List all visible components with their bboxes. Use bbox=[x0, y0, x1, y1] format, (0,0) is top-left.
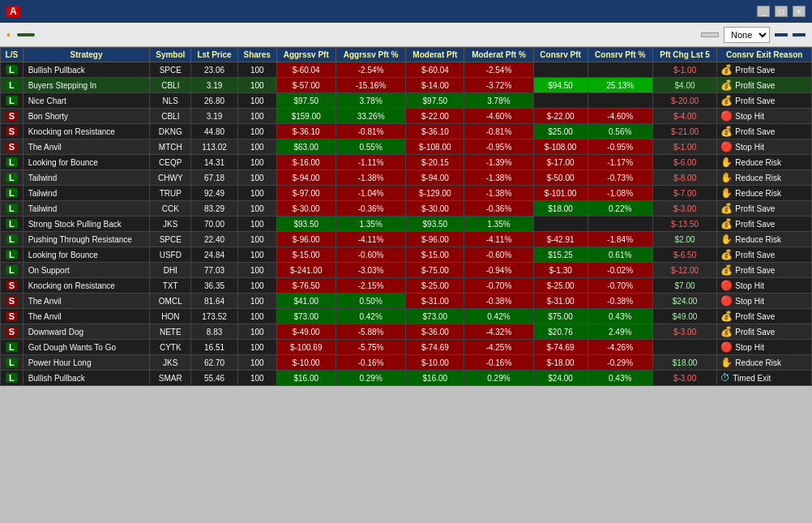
mod-pft-cell: $-96.00 bbox=[406, 232, 464, 247]
shares-cell: 100 bbox=[237, 109, 276, 124]
symbol-cell: USFD bbox=[150, 247, 191, 263]
dollar-icon: 💰 bbox=[720, 64, 733, 75]
table-row: L Tailwind CHWY 67.18 100 $-94.00 -1.38%… bbox=[1, 170, 812, 186]
table-row: L Power Hour Long JKS 62.70 100 $-10.00 … bbox=[1, 355, 812, 371]
price-cell: 77.03 bbox=[191, 263, 238, 278]
con-pct-cell: -0.73% bbox=[588, 170, 652, 186]
filter-select[interactable]: None bbox=[724, 27, 770, 43]
pft-chg-cell: $-6.00 bbox=[652, 155, 717, 170]
shares-cell: 100 bbox=[237, 247, 276, 263]
filter-button[interactable] bbox=[701, 32, 719, 37]
con-pft-cell: $24.00 bbox=[533, 371, 588, 386]
price-cell: 14.31 bbox=[191, 155, 238, 170]
strategy-cell: Looking for Bounce bbox=[23, 155, 150, 170]
con-pft-cell: $-50.00 bbox=[533, 170, 588, 186]
strategy-cell: Bullish Pullback bbox=[23, 62, 150, 78]
table-row: L Pushing Through Resistance SPCE 22.40 … bbox=[1, 232, 812, 247]
agg-pft-cell: $-76.50 bbox=[276, 278, 335, 294]
table-row: S The Anvil HON 173.52 100 $73.00 0.42% … bbox=[1, 309, 812, 324]
ls-badge: L bbox=[6, 342, 18, 352]
shares-cell: 100 bbox=[237, 340, 276, 355]
agg-pft-cell: $93.50 bbox=[276, 216, 335, 232]
trades-table: L/S Strategy Symbol Lst Price Shares Agg… bbox=[0, 47, 812, 386]
agg-pft-cell: $41.00 bbox=[276, 294, 335, 309]
ls-cell: S bbox=[1, 309, 24, 324]
dollar-icon: 💰 bbox=[720, 249, 733, 260]
mod-pct-cell: -1.38% bbox=[464, 170, 533, 186]
shares-cell: 100 bbox=[237, 216, 276, 232]
col-pft-chg: Pft Chg Lst 5 bbox=[652, 48, 717, 62]
stop-icon: 🔴 bbox=[720, 280, 733, 291]
mod-pft-cell: $-74.69 bbox=[406, 340, 464, 355]
symbol-cell: CCK bbox=[150, 201, 191, 216]
exit-reason-cell: ⏱ Timed Exit bbox=[717, 371, 812, 386]
all-strategies-button[interactable] bbox=[793, 33, 806, 36]
exit-reason-cell: 💰 Profit Save bbox=[717, 309, 812, 324]
exit-label: Reduce Risk bbox=[735, 235, 781, 244]
agg-pft-cell: $16.00 bbox=[276, 371, 335, 386]
minimize-button[interactable]: _ bbox=[757, 6, 770, 17]
shares-cell: 100 bbox=[237, 124, 276, 139]
con-pft-cell: $-1.30 bbox=[533, 263, 588, 278]
mod-pct-cell: 1.35% bbox=[464, 216, 533, 232]
price-cell: 26.80 bbox=[191, 93, 238, 109]
ls-badge: L bbox=[6, 373, 18, 383]
agg-pct-cell: 3.78% bbox=[335, 93, 405, 109]
con-pct-cell bbox=[588, 93, 652, 109]
price-cell: 24.84 bbox=[191, 247, 238, 263]
symbol-cell: NLS bbox=[150, 93, 191, 109]
con-pct-cell: -1.17% bbox=[588, 155, 652, 170]
con-pct-cell bbox=[588, 62, 652, 78]
shares-cell: 100 bbox=[237, 170, 276, 186]
app-icon: A bbox=[6, 6, 20, 17]
hand-icon: ✋ bbox=[720, 357, 733, 368]
price-cell: 173.52 bbox=[191, 309, 238, 324]
col-ls: L/S bbox=[1, 48, 24, 62]
con-pft-cell: $-108.00 bbox=[533, 139, 588, 155]
strategy-cell: Buyers Stepping In bbox=[23, 78, 150, 93]
strategy-cell: Knocking on Resistance bbox=[23, 278, 150, 294]
table-row: L Got Dough Wants To Go CYTK 16.51 100 $… bbox=[1, 340, 812, 355]
strategy-cell: The Anvil bbox=[23, 309, 150, 324]
con-pft-cell: $-101.00 bbox=[533, 186, 588, 201]
exit-reason-cell: 💰 Profit Save bbox=[717, 324, 812, 340]
profit-tag bbox=[17, 33, 35, 36]
agg-pft-cell: $-241.00 bbox=[276, 263, 335, 278]
con-pct-cell: -0.95% bbox=[588, 139, 652, 155]
agg-pft-cell: $-57.00 bbox=[276, 78, 335, 93]
pft-chg-cell: $24.00 bbox=[652, 294, 717, 309]
shares-cell: 100 bbox=[237, 155, 276, 170]
con-pft-cell: $75.00 bbox=[533, 309, 588, 324]
table-row: S Knocking on Resistance TXT 36.35 100 $… bbox=[1, 278, 812, 294]
hand-icon: ✋ bbox=[720, 156, 733, 168]
price-cell: 3.19 bbox=[191, 78, 238, 93]
mod-pft-cell: $-25.00 bbox=[406, 278, 464, 294]
table-container: L/S Strategy Symbol Lst Price Shares Agg… bbox=[0, 47, 812, 386]
agg-pct-cell: 0.42% bbox=[335, 309, 405, 324]
symbol-cell: TXT bbox=[150, 278, 191, 294]
strategy-cell: Looking for Bounce bbox=[23, 247, 150, 263]
agg-pct-cell: -1.04% bbox=[335, 186, 405, 201]
ls-badge: L bbox=[6, 80, 18, 90]
strategy-button[interactable] bbox=[775, 33, 788, 36]
ls-cell: L bbox=[1, 170, 24, 186]
con-pft-cell: $20.76 bbox=[533, 324, 588, 340]
exit-label: Stop Hit bbox=[735, 343, 764, 352]
ls-badge: L bbox=[6, 157, 18, 167]
ls-cell: L bbox=[1, 232, 24, 247]
agg-pft-cell: $-96.00 bbox=[276, 232, 335, 247]
pft-chg-cell bbox=[652, 340, 717, 355]
symbol-cell: SPCE bbox=[150, 62, 191, 78]
symbol-cell: DHI bbox=[150, 263, 191, 278]
agg-pct-cell: -15.16% bbox=[335, 78, 405, 93]
exit-label: Reduce Risk bbox=[735, 158, 781, 167]
exit-reason-cell: 💰 Profit Save bbox=[717, 62, 812, 78]
exit-reason-cell: 💰 Profit Save bbox=[717, 201, 812, 216]
strategy-cell: Strong Stock Pulling Back bbox=[23, 216, 150, 232]
close-button[interactable]: × bbox=[793, 6, 806, 17]
con-pct-cell: 2.49% bbox=[588, 324, 652, 340]
table-row: L Looking for Bounce CEQP 14.31 100 $-16… bbox=[1, 155, 812, 170]
mod-pct-cell: 0.29% bbox=[464, 371, 533, 386]
maximize-button[interactable]: □ bbox=[775, 6, 788, 17]
mod-pct-cell: -3.72% bbox=[464, 78, 533, 93]
